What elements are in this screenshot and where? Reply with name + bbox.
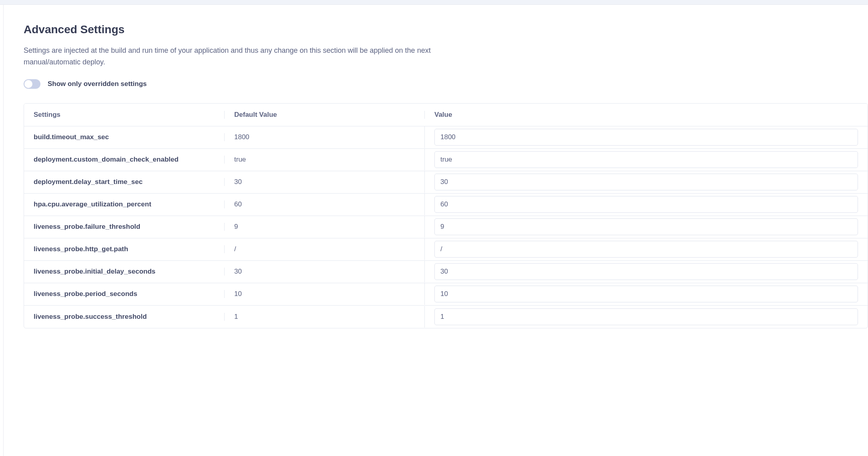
table-row: deployment.delay_start_time_sec30 xyxy=(24,171,868,194)
table-row: liveness_probe.period_seconds10 xyxy=(24,283,868,306)
table-row: deployment.custom_domain_check_enabledtr… xyxy=(24,149,868,171)
setting-name: liveness_probe.period_seconds xyxy=(24,290,224,298)
toggle-row: Show only overridden settings xyxy=(24,79,868,89)
setting-default: 60 xyxy=(224,200,424,208)
setting-name: liveness_probe.failure_threshold xyxy=(24,223,224,231)
setting-value-cell xyxy=(424,171,868,193)
setting-value-input[interactable] xyxy=(434,263,858,280)
col-header-value: Value xyxy=(424,111,868,119)
setting-value-cell xyxy=(424,261,868,282)
table-row: liveness_probe.failure_threshold9 xyxy=(24,216,868,238)
setting-value-input[interactable] xyxy=(434,196,858,213)
settings-table: Settings Default Value Value build.timeo… xyxy=(24,103,868,328)
table-header: Settings Default Value Value xyxy=(24,104,868,126)
setting-value-cell xyxy=(424,283,868,305)
setting-value-cell xyxy=(424,194,868,215)
setting-default: 30 xyxy=(224,268,424,276)
setting-value-input[interactable] xyxy=(434,174,858,190)
setting-name: build.timeout_max_sec xyxy=(24,133,224,141)
overridden-toggle[interactable] xyxy=(24,79,40,89)
setting-name: deployment.custom_domain_check_enabled xyxy=(24,156,224,164)
setting-default: 1 xyxy=(224,313,424,321)
setting-default: 30 xyxy=(224,178,424,186)
setting-default: / xyxy=(224,245,424,253)
table-row: liveness_probe.http_get.path/ xyxy=(24,238,868,261)
setting-value-input[interactable] xyxy=(434,129,858,146)
setting-value-cell xyxy=(424,126,868,148)
setting-value-input[interactable] xyxy=(434,218,858,235)
setting-value-cell xyxy=(424,238,868,260)
table-row: liveness_probe.initial_delay_seconds30 xyxy=(24,261,868,283)
setting-name: liveness_probe.http_get.path xyxy=(24,245,224,253)
table-row: build.timeout_max_sec1800 xyxy=(24,126,868,149)
setting-value-input[interactable] xyxy=(434,241,858,258)
setting-value-input[interactable] xyxy=(434,286,858,302)
table-row: liveness_probe.success_threshold1 xyxy=(24,306,868,328)
setting-value-input[interactable] xyxy=(434,151,858,168)
setting-name: hpa.cpu.average_utilization_percent xyxy=(24,200,224,208)
setting-value-cell xyxy=(424,149,868,170)
setting-default: 10 xyxy=(224,290,424,298)
setting-value-cell xyxy=(424,216,868,238)
setting-name: deployment.delay_start_time_sec xyxy=(24,178,224,186)
setting-default: 9 xyxy=(224,223,424,231)
setting-value-cell xyxy=(424,306,868,328)
setting-default: 1800 xyxy=(224,133,424,141)
settings-container: Advanced Settings Settings are injected … xyxy=(3,5,868,456)
page-title: Advanced Settings xyxy=(24,23,868,36)
page-description: Settings are injected at the build and r… xyxy=(24,45,440,68)
table-body: build.timeout_max_sec1800deployment.cust… xyxy=(24,126,868,328)
col-header-default: Default Value xyxy=(224,111,424,119)
setting-name: liveness_probe.success_threshold xyxy=(24,313,224,321)
table-row: hpa.cpu.average_utilization_percent60 xyxy=(24,194,868,216)
setting-value-input[interactable] xyxy=(434,308,858,325)
setting-name: liveness_probe.initial_delay_seconds xyxy=(24,268,224,276)
setting-default: true xyxy=(224,156,424,164)
col-header-settings: Settings xyxy=(24,111,224,119)
top-bar xyxy=(0,0,868,5)
toggle-label: Show only overridden settings xyxy=(48,80,147,88)
